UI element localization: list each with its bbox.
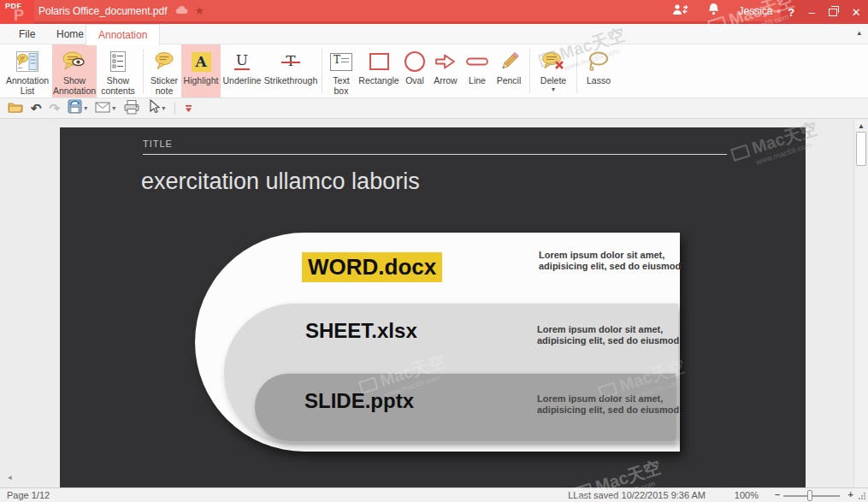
oval-icon — [404, 48, 425, 75]
red-chevron-icon — [185, 101, 192, 116]
zoom-level: 100% — [735, 490, 759, 500]
word-row-title-highlighted[interactable]: WORD.docx — [302, 252, 442, 282]
zoom-slider[interactable] — [783, 495, 840, 497]
redo-icon: ↷ — [50, 102, 61, 115]
lasso-icon — [587, 48, 611, 75]
sticker-note-icon — [153, 48, 175, 75]
save-icon — [68, 99, 82, 117]
rectangle-icon — [369, 48, 389, 75]
text-box-icon: T — [330, 48, 352, 75]
strikethrough-button[interactable]: T Strikethrough — [263, 44, 318, 97]
window-controls: ? – ✕ — [781, 0, 868, 24]
quick-access-bar: ↶ ↷ ▾ ▾ ▾ — [0, 98, 868, 119]
zoom-in-button[interactable]: + — [848, 489, 853, 499]
arrow-icon — [434, 48, 458, 75]
pointer-icon — [148, 99, 160, 117]
quickbar-separator — [174, 103, 175, 115]
pencil-button[interactable]: Pencil — [492, 44, 526, 97]
highlight-button[interactable]: A Highlight — [181, 44, 221, 97]
share-users-icon[interactable] — [672, 3, 689, 19]
app-window: PDF P Polaris Office_document.pdf ★ Jess… — [0, 0, 868, 502]
annotation-list-button[interactable]: Annotation List — [3, 44, 52, 97]
print-button[interactable] — [123, 99, 140, 118]
scroll-left-arrow-icon[interactable]: ◂ — [8, 473, 12, 481]
notification-bell-icon[interactable] — [708, 3, 719, 19]
minimize-button[interactable]: – — [809, 7, 815, 18]
arrow-button[interactable]: Arrow — [428, 44, 463, 97]
delete-dropdown-icon[interactable]: ▾ — [552, 86, 555, 93]
strikethrough-icon: T — [284, 48, 297, 75]
oval-button[interactable]: Oval — [401, 44, 428, 97]
text-box-button[interactable]: T Text box — [326, 44, 357, 97]
user-menu[interactable]: Jessica ▾ — [738, 5, 781, 17]
select-dropdown-icon[interactable]: ▾ — [162, 104, 165, 112]
cloud-sync-icon[interactable] — [174, 5, 188, 17]
title-bar: PDF P Polaris Office_document.pdf ★ Jess… — [0, 0, 868, 24]
redo-button[interactable]: ↷ — [50, 102, 61, 115]
maximize-icon — [829, 9, 837, 16]
envelope-icon — [95, 101, 110, 116]
status-bar: Page 1/12 LLast saved 10/22/2015 9:36 AM… — [0, 487, 868, 502]
undo-button[interactable]: ↶ — [31, 102, 42, 115]
rectangle-button[interactable]: Rectangle — [357, 44, 401, 97]
resize-grip[interactable] — [859, 493, 865, 499]
annotation-list-icon — [15, 48, 39, 75]
underline-icon: U — [234, 48, 250, 75]
save-button[interactable]: ▾ — [68, 99, 87, 117]
sheet-row-title[interactable]: SHEET.xlsx — [305, 319, 417, 343]
tab-file[interactable]: File — [7, 24, 47, 44]
favorite-star-icon[interactable]: ★ — [195, 5, 205, 16]
show-annotation-button[interactable]: Show Annotation — [52, 44, 97, 97]
slide-heading[interactable]: exercitation ullamco laboris — [141, 168, 420, 195]
collapse-ribbon-icon[interactable]: ▴ — [857, 28, 861, 37]
title-divider — [143, 154, 727, 155]
document-tab[interactable]: Polaris Office_document.pdf ★ — [38, 0, 204, 21]
delete-annotation-icon — [540, 48, 566, 75]
pencil-icon — [498, 48, 520, 75]
delete-annotation-button[interactable]: Delete ▾ — [534, 44, 573, 97]
slide-row-description[interactable]: Lorem ipsum dolor sit amet, adipisicing … — [537, 393, 701, 416]
sticker-note-button[interactable]: Sticker note — [147, 44, 181, 97]
underline-button[interactable]: U Underline — [221, 44, 263, 97]
zoom-slider-handle[interactable] — [807, 490, 812, 501]
page-indicator: Page 1/12 — [7, 490, 50, 500]
vertical-scrollbar[interactable]: ▲ — [853, 120, 868, 487]
show-annotation-icon — [62, 48, 87, 75]
close-button[interactable]: ✕ — [852, 7, 861, 18]
send-email-button[interactable]: ▾ — [95, 101, 115, 116]
sheet-row-description[interactable]: Lorem ipsum dolor sit amet, adipisicing … — [537, 324, 701, 347]
menu-bar: File Home Annotation ▴ — [0, 24, 868, 44]
line-button[interactable]: Line — [463, 44, 492, 97]
slide-eyebrow[interactable]: TITLE — [143, 139, 173, 149]
folder-icon — [8, 101, 23, 116]
maximize-button[interactable] — [829, 7, 837, 18]
app-logo: PDF P — [0, 0, 34, 24]
polaris-logo-icon: P — [14, 7, 24, 24]
undo-icon: ↶ — [31, 102, 42, 115]
user-name: Jessica — [738, 5, 772, 17]
word-row-description[interactable]: Lorem ipsum dolor sit amet, adipisicing … — [539, 250, 684, 273]
ribbon-separator — [529, 49, 530, 93]
last-saved-label: LLast saved 10/22/2015 9:36 AM — [568, 490, 706, 500]
help-button[interactable]: ? — [788, 7, 794, 18]
slide-row-title[interactable]: SLIDE.pptx — [304, 389, 414, 413]
highlight-icon: A — [192, 48, 211, 75]
tab-annotation[interactable]: Annotation — [86, 24, 160, 45]
lasso-button[interactable]: Lasso — [581, 44, 617, 97]
ribbon-separator — [576, 49, 577, 93]
line-icon — [465, 48, 489, 75]
show-contents-button[interactable]: Show contents — [97, 44, 139, 97]
more-tools-button[interactable] — [185, 101, 192, 116]
ribbon-separator — [143, 49, 144, 93]
scrollbar-thumb[interactable] — [856, 132, 866, 166]
ribbon-separator — [322, 49, 322, 93]
email-dropdown-icon[interactable]: ▾ — [112, 104, 115, 112]
select-tool-button[interactable]: ▾ — [148, 99, 165, 117]
show-contents-icon — [108, 48, 128, 75]
scroll-up-arrow-icon[interactable]: ▲ — [858, 122, 865, 130]
pdf-page: TITLE exercitation ullamco laboris WORD.… — [60, 127, 806, 487]
document-title: Polaris Office_document.pdf — [38, 5, 168, 17]
save-dropdown-icon[interactable]: ▾ — [84, 104, 87, 112]
zoom-out-button[interactable]: – — [775, 489, 780, 499]
open-file-button[interactable] — [8, 101, 23, 116]
